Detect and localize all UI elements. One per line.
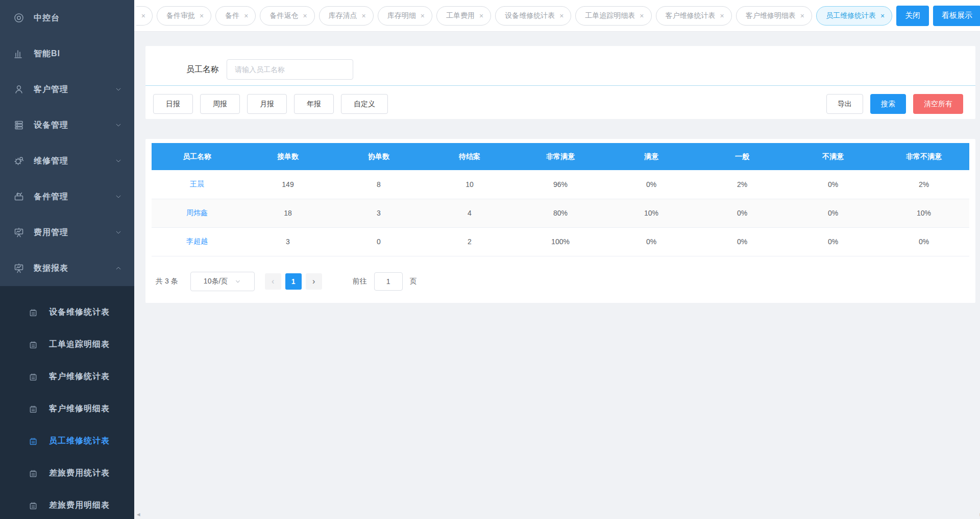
chevron-down-icon	[115, 122, 122, 129]
tab-设备维修统计表[interactable]: 设备维修统计表×	[495, 6, 571, 26]
close-tab-icon[interactable]: ×	[244, 12, 248, 19]
tab-库存清点[interactable]: 库存清点×	[319, 6, 374, 26]
sidebar-item-设备管理[interactable]: 设备管理	[0, 107, 134, 143]
column-header: 接单数	[242, 143, 333, 170]
main-area: × 备件审批×备件×备件返仓×库存清点×库存明细×工单费用×设备维修统计表×工单…	[134, 0, 980, 519]
tab-备件审批[interactable]: 备件审批×	[157, 6, 211, 26]
table-cell: 0	[333, 227, 424, 256]
submenu-item-差旅费用统计表[interactable]: 差旅费用统计表	[0, 457, 134, 489]
table-cell: 0%	[788, 227, 878, 256]
tab-备件[interactable]: 备件×	[215, 6, 256, 26]
sidebar-submenu-data-reports: 设备维修统计表工单追踪明细表客户维修统计表客户维修明细表员工维修统计表差旅费用统…	[0, 286, 134, 519]
sidebar-item-客户管理[interactable]: 客户管理	[0, 72, 134, 107]
submenu-item-label: 差旅费用明细表	[49, 500, 110, 511]
employee-name-input[interactable]	[227, 59, 353, 80]
employee-name-link[interactable]: 周炜鑫	[186, 208, 208, 217]
submenu-item-员工维修统计表[interactable]: 员工维修统计表	[0, 425, 134, 457]
employee-name-link[interactable]: 王晨	[190, 180, 204, 188]
tab-label: 备件	[225, 11, 239, 20]
tab-库存明细[interactable]: 库存明细×	[378, 6, 432, 26]
tab-工单追踪明细表[interactable]: 工单追踪明细表×	[575, 6, 651, 26]
table-cell: 0%	[697, 199, 788, 227]
bi-chart-icon	[13, 48, 24, 59]
submenu-item-差旅费用明细表[interactable]: 差旅费用明细表	[0, 489, 134, 519]
close-tab-icon[interactable]: ×	[200, 12, 204, 19]
table-cell: 10%	[878, 199, 969, 227]
tab-客户维修统计表[interactable]: 客户维修统计表×	[656, 6, 732, 26]
table-cell: 0%	[697, 227, 788, 256]
table-cell: 10	[424, 170, 515, 199]
sidebar-item-维修管理[interactable]: 维修管理	[0, 143, 134, 179]
board-display-button[interactable]: 看板展示	[933, 6, 980, 26]
table-header-row: 员工名称接单数协单数待结案非常满意满意一般不满意非常不满意	[152, 143, 969, 170]
prev-page-button[interactable]: ‹	[265, 273, 281, 290]
table-cell: 100%	[515, 227, 606, 256]
close-tab-icon[interactable]: ×	[141, 12, 145, 19]
close-tab-icon[interactable]: ×	[800, 12, 804, 19]
table-cell: 3	[333, 199, 424, 227]
tab-label: 设备维修统计表	[505, 11, 555, 20]
sidebar-item-数据报表[interactable]: 数据报表	[0, 250, 134, 286]
sidebar-item-label: 设备管理	[34, 120, 68, 131]
close-tab-icon[interactable]: ×	[303, 12, 307, 19]
table-cell: 3	[242, 227, 333, 256]
close-tab-icon[interactable]: ×	[880, 12, 885, 19]
employee-name-field-row: 员工名称	[145, 59, 975, 80]
sidebar-item-中控台[interactable]: 中控台	[0, 0, 134, 36]
close-tab-icon[interactable]: ×	[362, 12, 366, 19]
column-header: 员工名称	[152, 143, 242, 170]
search-button[interactable]: 搜索	[870, 94, 906, 114]
submenu-item-label: 差旅费用统计表	[49, 468, 110, 479]
employee-name-label: 员工名称	[186, 64, 219, 75]
clear-all-button[interactable]: 清空所有	[913, 94, 963, 114]
export-button[interactable]: 导出	[826, 94, 863, 114]
tab-label: 备件审批	[166, 11, 195, 20]
sidebar-item-智能BI[interactable]: 智能BI	[0, 36, 134, 72]
period-button-月报[interactable]: 月报	[247, 94, 287, 114]
submenu-item-客户维修明细表[interactable]: 客户维修明细表	[0, 393, 134, 425]
close-tab-icon[interactable]: ×	[421, 12, 425, 19]
filter-actions-row: 日报周报月报年报自定义 导出 搜索 清空所有	[145, 94, 975, 114]
chevron-down-icon	[115, 86, 122, 93]
notebook-icon	[29, 372, 38, 382]
employee-name-cell: 周炜鑫	[152, 199, 242, 227]
tab-工单费用[interactable]: 工单费用×	[436, 6, 491, 26]
period-button-日报[interactable]: 日报	[153, 94, 193, 114]
table-row: 李超越302100%0%0%0%0%	[152, 227, 969, 256]
tab-备件返仓[interactable]: 备件返仓×	[260, 6, 314, 26]
tab-客户维修明细表[interactable]: 客户维修明细表×	[736, 6, 812, 26]
employee-name-link[interactable]: 李超越	[186, 237, 208, 245]
close-button[interactable]: 关闭	[896, 6, 929, 26]
goto-page-input[interactable]	[374, 272, 403, 291]
submenu-item-label: 员工维修统计表	[49, 436, 110, 446]
submenu-item-设备维修统计表[interactable]: 设备维修统计表	[0, 296, 134, 328]
tab-label: 工单追踪明细表	[585, 11, 635, 20]
chevron-down-icon	[235, 278, 241, 285]
tab-员工维修统计表[interactable]: 员工维修统计表×	[816, 6, 892, 26]
table-cell: 2%	[697, 170, 788, 199]
chevron-down-icon	[115, 193, 122, 200]
close-tab-icon[interactable]: ×	[720, 12, 724, 19]
sidebar-item-备件管理[interactable]: 备件管理	[0, 179, 134, 215]
close-tab-icon[interactable]: ×	[479, 12, 483, 19]
submenu-item-客户维修统计表[interactable]: 客户维修统计表	[0, 361, 134, 393]
table-row: 王晨14981096%0%2%0%2%	[152, 170, 969, 199]
tab-clipped[interactable]: ×	[136, 6, 153, 26]
period-button-自定义[interactable]: 自定义	[341, 94, 388, 114]
chevron-up-icon	[115, 265, 122, 272]
page-number-button[interactable]: 1	[285, 273, 302, 290]
submenu-item-label: 工单追踪明细表	[49, 339, 110, 350]
page-size-select[interactable]: 10条/页	[190, 272, 255, 291]
employee-name-cell: 王晨	[152, 170, 242, 199]
sidebar-item-label: 维修管理	[34, 156, 68, 167]
period-button-年报[interactable]: 年报	[294, 94, 334, 114]
next-page-button[interactable]: ›	[306, 273, 322, 290]
submenu-item-工单追踪明细表[interactable]: 工单追踪明细表	[0, 328, 134, 361]
sidebar-item-费用管理[interactable]: 费用管理	[0, 215, 134, 250]
period-button-周报[interactable]: 周报	[200, 94, 240, 114]
table-cell: 80%	[515, 199, 606, 227]
scroll-left-arrow-icon[interactable]: ◂	[137, 510, 140, 518]
close-tab-icon[interactable]: ×	[559, 12, 564, 19]
close-tab-icon[interactable]: ×	[640, 12, 644, 19]
page-size-value: 10条/页	[204, 277, 228, 286]
